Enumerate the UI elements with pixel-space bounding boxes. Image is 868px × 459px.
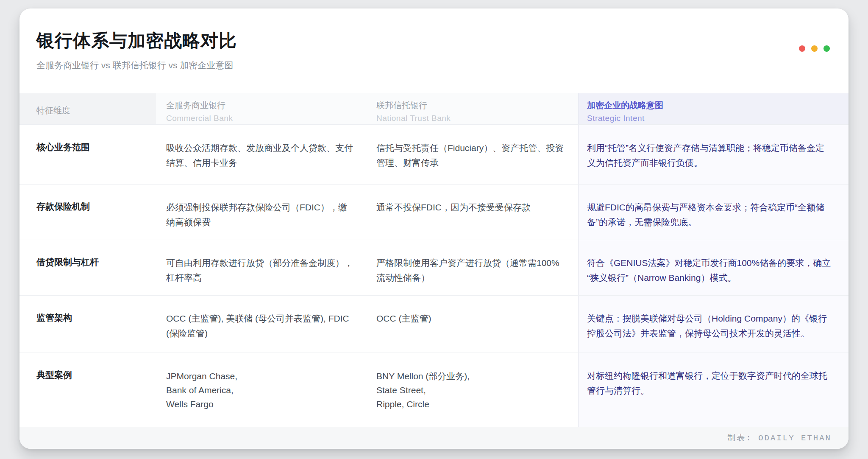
- cell-strategic-intent: 对标纽约梅隆银行和道富银行，定位于数字资产时代的全球托管行与清算行。: [578, 353, 849, 427]
- cell-commercial-bank: 吸收公众活期存款、发放商业及个人贷款、支付结算、信用卡业务: [156, 125, 366, 184]
- cell-commercial-bank: OCC (主监管), 美联储 (母公司并表监管), FDIC (保险监管): [156, 296, 366, 353]
- column-header-en: National Trust Bank: [376, 114, 568, 123]
- cell-trust-bank: BNY Mellon (部分业务), State Street, Ripple,…: [366, 353, 578, 427]
- table-header-row: 特征维度 全服务商业银行 Commercial Bank 联邦信托银行 Nati…: [19, 93, 849, 125]
- window-controls: [799, 45, 830, 52]
- cell-dimension: 存款保险机制: [19, 185, 156, 240]
- cell-strategic-intent: 符合《GENIUS法案》对稳定币发行商100%储备的要求，确立“狭义银行”（Na…: [578, 240, 849, 295]
- table-row: 监管架构 OCC (主监管), 美联储 (母公司并表监管), FDIC (保险监…: [19, 295, 849, 353]
- column-header-en: Commercial Bank: [166, 114, 356, 123]
- cell-dimension: 核心业务范围: [19, 125, 156, 184]
- table-row: 存款保险机制 必须强制投保联邦存款保险公司（FDIC），缴纳高额保费 通常不投保…: [19, 184, 849, 240]
- cell-dimension: 典型案例: [19, 353, 156, 427]
- card-header: 银行体系与加密战略对比 全服务商业银行 vs 联邦信托银行 vs 加密企业意图: [19, 8, 849, 93]
- comparison-table: 特征维度 全服务商业银行 Commercial Bank 联邦信托银行 Nati…: [19, 93, 849, 427]
- column-header-cn: 加密企业的战略意图: [587, 100, 838, 111]
- cell-dimension: 借贷限制与杠杆: [19, 240, 156, 295]
- minimize-window-icon[interactable]: [811, 45, 818, 52]
- cell-strategic-intent: 规避FDIC的高昂保费与严格资本金要求；符合稳定币“全额储备”的承诺，无需保险兜…: [578, 185, 849, 240]
- column-header-trust-bank: 联邦信托银行 National Trust Bank: [366, 93, 578, 124]
- cell-strategic-intent: 关键点：摆脱美联储对母公司（Holding Company）的《银行控股公司法》…: [578, 296, 849, 353]
- table-row: 典型案例 JPMorgan Chase, Bank of America, We…: [19, 353, 849, 427]
- column-header-cn: 联邦信托银行: [376, 100, 568, 111]
- cell-trust-bank: OCC (主监管): [366, 296, 578, 353]
- table-row: 核心业务范围 吸收公众活期存款、发放商业及个人贷款、支付结算、信用卡业务 信托与…: [19, 125, 849, 184]
- page-title: 银行体系与加密战略对比: [36, 8, 849, 53]
- cell-trust-bank: 严格限制使用客户资产进行放贷（通常需100%流动性储备）: [366, 240, 578, 295]
- cell-commercial-bank: 必须强制投保联邦存款保险公司（FDIC），缴纳高额保费: [156, 185, 366, 240]
- credit-text: 制表: ODAILY ETHAN: [727, 432, 832, 443]
- column-header-strategic-intent: 加密企业的战略意图 Strategic Intent: [578, 93, 849, 124]
- page-subtitle: 全服务商业银行 vs 联邦信托银行 vs 加密企业意图: [36, 59, 849, 71]
- cell-strategic-intent: 利用“托管”名义行使资产存储与清算职能；将稳定币储备金定义为信托资产而非银行负债…: [578, 125, 849, 184]
- cell-commercial-bank: JPMorgan Chase, Bank of America, Wells F…: [156, 353, 366, 427]
- cell-trust-bank: 通常不投保FDIC，因为不接受受保存款: [366, 185, 578, 240]
- card-footer: 制表: ODAILY ETHAN: [19, 427, 849, 449]
- column-header-commercial-bank: 全服务商业银行 Commercial Bank: [156, 93, 366, 124]
- column-header-dimension: 特征维度: [19, 93, 156, 124]
- cell-dimension: 监管架构: [19, 296, 156, 353]
- column-header-cn: 全服务商业银行: [166, 100, 356, 111]
- maximize-window-icon[interactable]: [823, 45, 830, 52]
- comparison-card: 银行体系与加密战略对比 全服务商业银行 vs 联邦信托银行 vs 加密企业意图 …: [19, 8, 849, 449]
- cell-commercial-bank: 可自由利用存款进行放贷（部分准备金制度），杠杆率高: [156, 240, 366, 295]
- column-header-en: Strategic Intent: [587, 114, 838, 123]
- cell-trust-bank: 信托与受托责任（Fiduciary）、资产托管、投资管理、财富传承: [366, 125, 578, 184]
- table-row: 借贷限制与杠杆 可自由利用存款进行放贷（部分准备金制度），杠杆率高 严格限制使用…: [19, 240, 849, 295]
- close-window-icon[interactable]: [799, 45, 805, 52]
